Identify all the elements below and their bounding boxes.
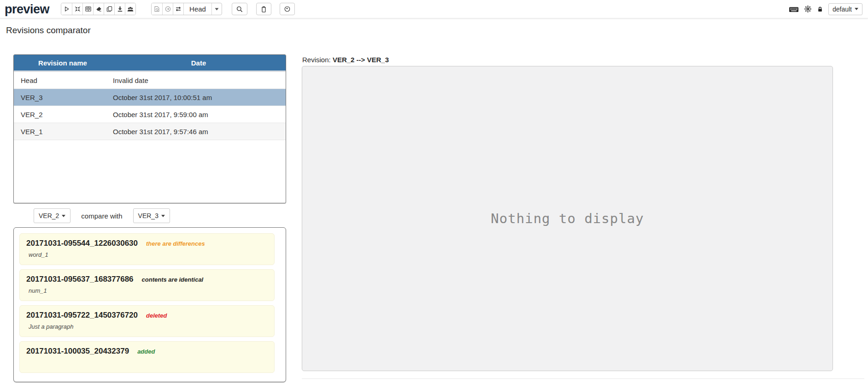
keyboard-button[interactable]: [789, 6, 799, 13]
table-row[interactable]: Head Invalid date: [14, 72, 286, 89]
revision-name-cell: VER_1: [14, 128, 111, 136]
compare-right-value: VER_3: [138, 212, 158, 219]
clock-icon: [284, 6, 291, 12]
eraser-button[interactable]: [93, 3, 104, 15]
diff-item-subtitle: Just a paragraph: [26, 323, 268, 330]
diff-item-title: 20171031-095544_1226030630: [26, 239, 138, 248]
profile-select-value: default: [833, 6, 852, 13]
swap-arrows-icon: [175, 6, 182, 12]
compare-bar: VER_2 compare with VER_3: [34, 208, 170, 223]
revision-select[interactable]: Head: [183, 3, 222, 15]
compress-icon: [74, 6, 81, 12]
gear-icon: [804, 5, 812, 13]
diff-item-status: contents are identical: [142, 276, 204, 283]
revision-name-cell: VER_3: [14, 94, 111, 101]
swap-revisions-button[interactable]: [173, 3, 183, 15]
table-row[interactable]: VER_2 October 31st 2017, 9:59:00 am: [14, 106, 286, 123]
compare-left-value: VER_2: [39, 212, 59, 219]
compare-left-select[interactable]: VER_2: [34, 208, 70, 223]
download-icon: [117, 6, 123, 12]
revision-name-cell: VER_2: [14, 111, 111, 118]
toolbar-group-actions: [61, 3, 136, 15]
toolbar: preview: [0, 0, 868, 18]
lock-button[interactable]: [817, 6, 823, 13]
revision-date-cell: October 31st 2017, 10:00:51 am: [111, 94, 286, 101]
column-header-revision-name: Revision name: [14, 59, 111, 67]
search-button[interactable]: [232, 3, 247, 15]
trash-button[interactable]: [256, 3, 271, 15]
revision-label: Revision:: [302, 56, 331, 64]
diff-item-title: 20171031-100035_20432379: [26, 347, 129, 356]
book-open-button[interactable]: [82, 3, 93, 15]
revision-range: VER_2 --> VER_3: [333, 56, 389, 64]
eraser-icon: [95, 6, 102, 12]
download-button[interactable]: [114, 3, 125, 15]
revision-date-cell: October 31st 2017, 9:57:46 am: [111, 128, 286, 136]
preview-box: Nothing to display: [302, 66, 833, 371]
column-header-date: Date: [111, 59, 286, 67]
bottom-divider: [302, 378, 864, 379]
play-icon: [63, 6, 70, 12]
toolbar-right: default: [789, 3, 862, 15]
diff-list-item[interactable]: 20171031-095544_1226030630 there are dif…: [19, 233, 275, 265]
settings-button[interactable]: [804, 5, 812, 13]
app-logo: preview: [5, 0, 49, 18]
revisions-table-header: Revision name Date: [14, 55, 286, 72]
book-open-icon: [85, 6, 92, 12]
revision-select-value: Head: [184, 5, 211, 13]
copy-icon: [106, 6, 113, 12]
copy-button[interactable]: [104, 3, 114, 15]
compare-right-select[interactable]: VER_3: [133, 208, 170, 223]
search-icon: [236, 6, 243, 13]
revision-date-cell: October 31st 2017, 9:59:00 am: [111, 111, 286, 118]
empty-state-message: Nothing to display: [491, 211, 644, 226]
arrow-circle-right-button[interactable]: [162, 3, 173, 15]
caret-down-icon: [855, 8, 858, 10]
toolbar-group-revision: Head: [151, 3, 222, 15]
revision-name-cell: Head: [14, 77, 111, 84]
diff-item-subtitle: word_1: [26, 251, 268, 258]
file-refresh-icon: [153, 6, 160, 12]
diff-list-item[interactable]: 20171031-100035_20432379 added: [19, 341, 275, 373]
arrow-circle-right-icon: [164, 6, 171, 12]
table-row-selected[interactable]: VER_3 October 31st 2017, 10:00:51 am: [14, 89, 286, 106]
users-button[interactable]: [125, 3, 135, 15]
page-title: Revisions comparator: [6, 25, 868, 35]
diff-item-title: 20171031-095637_168377686: [26, 275, 134, 284]
diff-item-subtitle: num_1: [26, 287, 268, 294]
revision-date-cell: Invalid date: [111, 77, 286, 84]
caret-down-icon: [62, 215, 65, 217]
diff-item-status: deleted: [146, 312, 167, 319]
keyboard-icon: [789, 6, 799, 13]
caret-down-icon: [161, 215, 165, 217]
revisions-table: Revision name Date Head Invalid date VER…: [13, 54, 286, 203]
diff-list-item[interactable]: 20171031-095722_1450376720 deleted Just …: [19, 305, 275, 337]
play-button[interactable]: [61, 3, 72, 15]
diff-list-item[interactable]: 20171031-095637_168377686 contents are i…: [19, 269, 275, 301]
diff-item-title: 20171031-095722_1450376720: [26, 311, 138, 320]
compress-button[interactable]: [72, 3, 82, 15]
diff-list: 20171031-095544_1226030630 there are dif…: [13, 227, 286, 382]
clock-button[interactable]: [280, 3, 295, 15]
lock-icon: [817, 6, 823, 13]
caret-down-icon: [211, 3, 222, 15]
compare-with-label: compare with: [81, 212, 122, 220]
users-icon: [127, 6, 134, 12]
trash-icon: [260, 6, 267, 13]
file-refresh-button[interactable]: [152, 3, 162, 15]
table-row[interactable]: VER_1 October 31st 2017, 9:57:46 am: [14, 123, 286, 140]
diff-item-status: there are differences: [146, 240, 205, 247]
preview-header: Revision: VER_2 --> VER_3: [302, 56, 389, 64]
profile-select[interactable]: default: [828, 3, 862, 15]
diff-item-status: added: [137, 348, 155, 355]
